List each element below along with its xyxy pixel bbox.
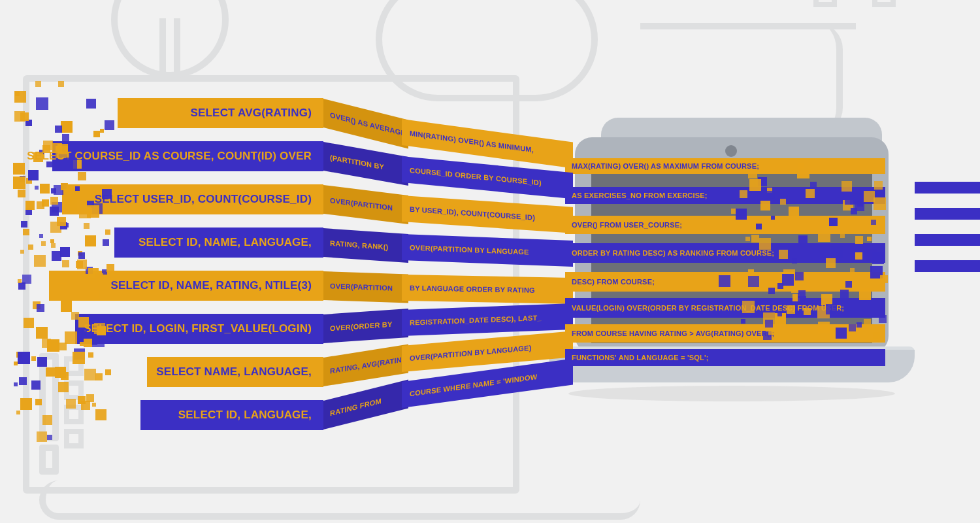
sql-seg-a: SELECT AVG(RATING) (118, 98, 323, 128)
sql-seg-d: FUNCTIONS' AND LANGUAGE = 'SQL'; (565, 349, 885, 366)
sql-seg-c: BY LANGUAGE ORDER BY RATING (402, 275, 573, 304)
sql-seg-b: OVER(PARTITION (323, 271, 408, 303)
sql-seg-b: OVER(PARTITION (323, 185, 408, 224)
sql-seg-b: OVER(ORDER BY (323, 309, 408, 343)
pixel-scatter-screen (712, 162, 889, 342)
sql-seg-c: BY USER_ID), COUNT(COURSE_ID) (402, 195, 573, 233)
sql-seg-b: RATING, RANK() (323, 228, 408, 263)
sql-seg-a: SELECT ID, NAME, LANGUAGE, (114, 228, 323, 258)
sql-seg-c: OVER(PARTITION BY LANGUAGE (402, 234, 573, 267)
sql-seg-a: SELECT NAME, LANGUAGE, (147, 357, 323, 387)
sql-seg-b: OVER() AS AVERAGE, (323, 99, 408, 148)
pixel-burst-left (13, 78, 118, 445)
sql-seg-b: (PARTITION BY (323, 142, 408, 186)
illustration-root: { "rows": [ {"color":"gold","a":"SELECT … (0, 0, 980, 523)
output-bars (915, 182, 980, 286)
sql-seg-a: SELECT ID, LANGUAGE, (140, 400, 323, 430)
sql-seg-b: RATING, AVG(RATING) (323, 344, 408, 386)
sql-seg-b: RATING FROM (323, 380, 408, 430)
sql-seg-c: REGISTRATION_DATE DESC), LAST_ (402, 303, 573, 336)
